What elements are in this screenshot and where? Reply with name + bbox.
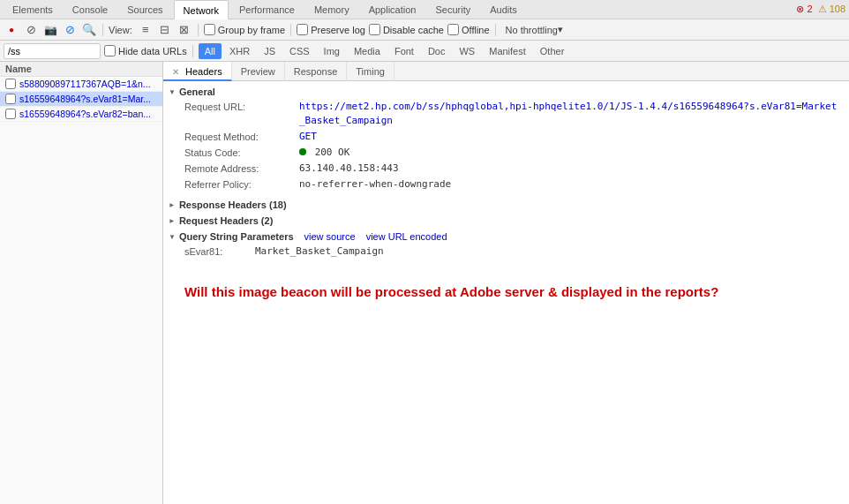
status-dot-icon (299, 148, 306, 155)
remote-address-value: 63.140.40.158:443 (299, 162, 838, 176)
view-small-button[interactable]: ⊠ (177, 22, 192, 38)
tab-security[interactable]: Security (426, 0, 479, 19)
type-css[interactable]: CSS (283, 43, 316, 59)
qs-param-value: Market_Basket_Campaign (255, 244, 384, 259)
close-icon[interactable]: ✕ (172, 67, 179, 77)
general-label: General (179, 87, 215, 97)
type-ws[interactable]: WS (453, 43, 481, 59)
inner-tabs: ✕ Headers Preview Response Timing (163, 62, 849, 81)
group-by-frame-label[interactable]: Group by frame (204, 24, 285, 35)
general-section-header[interactable]: ▼ General (163, 85, 849, 99)
response-headers-label: Response Headers (18) (179, 199, 287, 210)
disable-cache-label[interactable]: Disable cache (369, 24, 444, 35)
tab-headers[interactable]: ✕ Headers (163, 62, 232, 81)
type-media[interactable]: Media (348, 43, 387, 59)
tab-timing[interactable]: Timing (347, 62, 394, 81)
tab-response[interactable]: Response (285, 62, 348, 81)
disable-cache-checkbox[interactable] (369, 24, 380, 35)
annotation-text: Will this image beacon will be processed… (163, 265, 849, 313)
toolbar-separator-3 (290, 24, 291, 36)
throttling-dropdown[interactable]: No throttling ▾ (501, 22, 567, 38)
list-item[interactable]: s16559648964?s.eVar82=ban... (0, 107, 162, 122)
file-name-3[interactable]: s16559648964?s.eVar82=ban... (19, 109, 151, 119)
request-method-value: GET (299, 130, 838, 144)
list-item[interactable]: s16559648964?s.eVar81=Mar... (0, 92, 162, 107)
qs-param-key: sEvar81: (184, 244, 255, 259)
top-tab-bar: Elements Console Sources Network Perform… (0, 0, 849, 19)
response-headers-header[interactable]: ▼ Response Headers (18) (163, 198, 849, 212)
view-large-button[interactable]: ⊟ (157, 22, 173, 38)
query-string-body: sEvar81: Market_Basket_Campaign (163, 244, 849, 263)
request-url-label: Request URL: (184, 100, 299, 114)
tab-console[interactable]: Console (64, 0, 116, 19)
preserve-log-checkbox[interactable] (297, 24, 308, 35)
remote-address-row: Remote Address: 63.140.40.158:443 (163, 161, 849, 177)
right-panel: ✕ Headers Preview Response Timing ▼ Gene… (163, 62, 849, 504)
list-item[interactable]: s588090897117367AQB=1&n... (0, 77, 162, 92)
left-panel: Name s588090897117367AQB=1&n... s1655964… (0, 62, 163, 504)
offline-label[interactable]: Offline (447, 24, 490, 35)
group-by-frame-checkbox[interactable] (204, 24, 215, 35)
type-other[interactable]: Other (534, 43, 571, 59)
type-xhr[interactable]: XHR (223, 43, 256, 59)
tab-audits[interactable]: Audits (481, 0, 526, 19)
type-doc[interactable]: Doc (422, 43, 452, 59)
triangle-icon: ▼ (168, 201, 176, 208)
left-panel-header: Name (0, 62, 162, 77)
search-input[interactable]: /ss (8, 46, 79, 56)
tab-preview[interactable]: Preview (232, 62, 285, 81)
tab-performance[interactable]: Performance (230, 0, 304, 19)
triangle-icon: ▼ (169, 88, 176, 96)
detail-content: ▼ General Request URL: https://met2.hp.c… (163, 81, 849, 504)
tab-application[interactable]: Application (360, 0, 425, 19)
tab-memory[interactable]: Memory (305, 0, 358, 19)
query-string-section: ▼ Query String Parameters view source vi… (163, 229, 849, 263)
type-manifest[interactable]: Manifest (483, 43, 532, 59)
search-button[interactable]: 🔍 (81, 22, 97, 38)
hide-data-urls-group[interactable]: Hide data URLs (104, 45, 187, 56)
file-name-1[interactable]: s588090897117367AQB=1&n... (19, 79, 151, 89)
query-string-label: Query String Parameters (179, 231, 294, 242)
record-button[interactable]: ● (4, 22, 19, 38)
filter-sep (192, 45, 193, 57)
view-source-link[interactable]: view source (304, 231, 356, 242)
tab-elements[interactable]: Elements (4, 0, 62, 19)
type-all[interactable]: All (199, 43, 222, 59)
tab-sources[interactable]: Sources (118, 0, 171, 19)
toolbar-separator-1 (102, 24, 103, 36)
remote-address-label: Remote Address: (184, 162, 299, 176)
main-layout: Name s588090897117367AQB=1&n... s1655964… (0, 62, 849, 504)
stop-button[interactable]: ⊘ (23, 22, 39, 38)
view-url-encoded-link[interactable]: view URL encoded (366, 231, 447, 242)
request-method-label: Request Method: (184, 130, 299, 144)
status-code-row: Status Code: 200 OK (163, 145, 849, 161)
file-name-2[interactable]: s16559648964?s.eVar81=Mar... (19, 94, 151, 104)
request-method-row: Request Method: GET (163, 129, 849, 145)
error-badge: ⊗ 2 (796, 4, 812, 15)
type-font[interactable]: Font (388, 43, 420, 59)
qs-param-row: sEvar81: Market_Basket_Campaign (163, 244, 849, 260)
triangle-icon: ▼ (169, 233, 176, 241)
tab-network[interactable]: Network (174, 0, 229, 19)
filter-toggle-button[interactable]: ⊘ (62, 22, 78, 38)
warning-badge: ⚠ 108 (818, 4, 845, 15)
screenshot-button[interactable]: 📷 (42, 22, 58, 38)
offline-checkbox[interactable] (447, 24, 459, 35)
type-img[interactable]: Img (318, 43, 346, 59)
file-checkbox-1[interactable] (5, 79, 16, 89)
file-checkbox-2[interactable] (5, 94, 16, 104)
referrer-policy-label: Referrer Policy: (184, 177, 299, 192)
view-list-button[interactable]: ≡ (138, 22, 154, 38)
type-js[interactable]: JS (258, 43, 282, 59)
status-code-label: Status Code: (184, 146, 299, 160)
file-checkbox-3[interactable] (5, 109, 16, 119)
request-url-value: https://met2.hp.com/b/ss/hphqglobal,hpi-… (299, 100, 838, 128)
hide-data-urls-checkbox[interactable] (104, 45, 116, 56)
search-box[interactable]: /ss (4, 43, 101, 59)
general-section: ▼ General Request URL: https://met2.hp.c… (163, 85, 849, 196)
request-url-row: Request URL: https://met2.hp.com/b/ss/hp… (163, 99, 849, 129)
preserve-log-label[interactable]: Preserve log (297, 24, 365, 35)
query-string-header[interactable]: ▼ Query String Parameters view source vi… (163, 229, 849, 244)
request-headers-header[interactable]: ▼ Request Headers (2) (163, 214, 849, 228)
request-headers-section: ▼ Request Headers (2) (163, 214, 849, 228)
